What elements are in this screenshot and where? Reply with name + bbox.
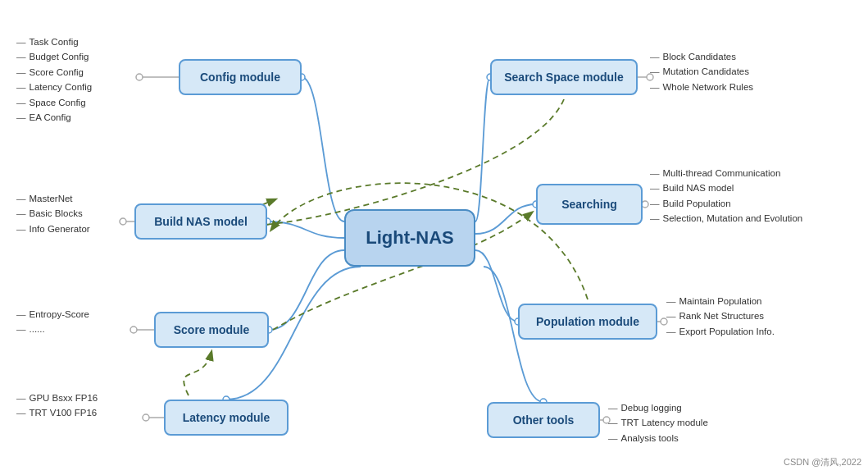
node-population: Population module <box>518 304 657 340</box>
node-config: Config module <box>179 59 302 95</box>
node-searching: Searching <box>536 184 643 225</box>
node-search-space: Search Space module <box>490 59 638 95</box>
svg-point-11 <box>120 218 126 225</box>
build-nas-labels: MasterNet Basic Blocks Info Generator <box>16 191 90 236</box>
search-space-labels: Block Candidates Mutation Candidates Who… <box>650 49 753 94</box>
node-latency: Latency module <box>164 400 289 436</box>
score-labels: Entropy-Score ...... <box>16 307 89 337</box>
center-node: Light-NAS <box>344 209 475 267</box>
svg-point-9 <box>136 74 143 80</box>
svg-point-15 <box>143 414 149 421</box>
svg-point-13 <box>130 327 137 333</box>
node-score: Score module <box>154 312 269 348</box>
config-labels: Task Config Budget Config Score Config L… <box>16 34 92 125</box>
searching-labels: Multi-thread Communication Build NAS mod… <box>650 166 802 226</box>
watermark: CSDN @清风,2022 <box>784 456 861 468</box>
node-other-tools: Other tools <box>487 402 600 438</box>
other-tools-labels: Debug logging TRT Latency module Analysi… <box>608 400 708 445</box>
node-build-nas: Build NAS model <box>134 203 267 240</box>
population-labels: Maintain Population Rank Net Structures … <box>666 294 775 339</box>
latency-labels: GPU Bsxx FP16 TRT V100 FP16 <box>16 391 98 421</box>
svg-point-19 <box>642 201 648 208</box>
